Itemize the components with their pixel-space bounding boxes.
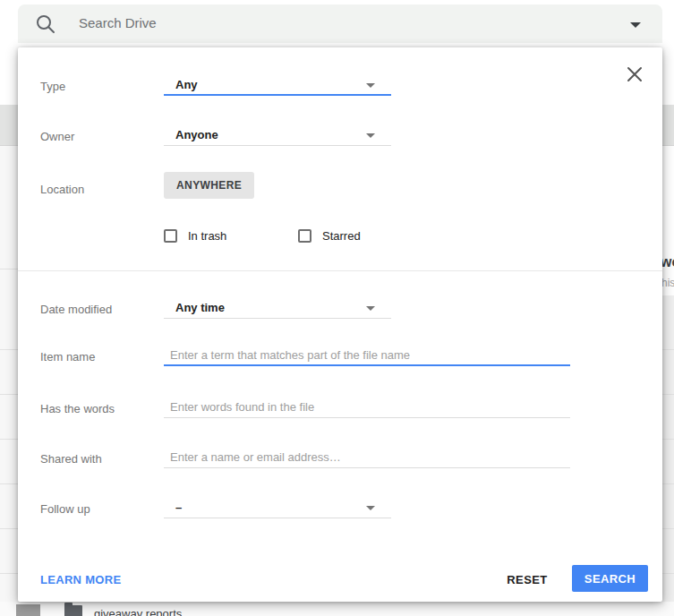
background-file-row: giveaway reports [0,602,674,616]
date-modified-select[interactable]: Any time [164,299,391,319]
search-icon [34,13,57,39]
shared-with-label: Shared with [40,452,102,466]
filter-row-shared-with: Shared with [18,450,662,468]
follow-up-select[interactable]: – [164,499,391,518]
filter-row-owner: Owner Anyone [18,128,662,146]
reset-button[interactable]: RESET [499,567,555,592]
folder-name: giveaway reports [94,607,182,616]
filter-row-has-words: Has the words [18,400,662,418]
date-modified-label: Date modified [40,303,112,316]
chevron-down-icon [366,506,375,510]
filter-row-checkboxes: In trash Starred [18,227,662,245]
type-label: Type [40,80,65,93]
section-divider [18,270,662,271]
item-name-label: Item name [40,350,95,364]
learn-more-link[interactable]: LEARN MORE [40,573,121,586]
owner-select[interactable]: Anyone [164,126,391,146]
chevron-down-icon [366,133,375,138]
filter-row-follow-up: Follow up – [18,500,662,518]
checkbox-icon[interactable] [298,229,311,243]
search-button[interactable]: SEARCH [572,565,648,592]
filter-row-type: Type Any [18,78,662,96]
shared-with-input[interactable] [164,447,570,468]
search-input[interactable]: Search Drive [79,15,157,30]
chevron-down-icon [366,83,375,88]
filter-row-item-name: Item name [18,348,662,366]
background-gray-block [16,604,40,616]
filter-row-date-modified: Date modified Any time [18,301,662,319]
clipped-background-text: wo [661,254,674,270]
search-options-chevron-icon[interactable] [630,22,641,28]
location-label: Location [40,183,84,196]
follow-up-label: Follow up [40,502,90,516]
type-select[interactable]: Any [164,76,391,96]
item-name-input[interactable] [164,345,570,366]
checkbox-icon[interactable] [164,229,177,243]
folder-icon [64,605,82,616]
advanced-search-panel: Type Any Owner Anyone Location ANYWHERE … [18,47,662,602]
in-trash-checkbox[interactable]: In trash [164,227,226,244]
has-words-label: Has the words [40,402,115,415]
anywhere-button[interactable]: ANYWHERE [164,172,254,199]
clipped-background-text: his [661,277,674,289]
owner-label: Owner [40,130,74,143]
starred-checkbox[interactable]: Starred [298,227,361,244]
filter-row-location: Location ANYWHERE [18,181,662,199]
has-words-input[interactable] [164,397,570,418]
chevron-down-icon [366,306,375,311]
search-bar[interactable]: Search Drive [18,4,662,43]
